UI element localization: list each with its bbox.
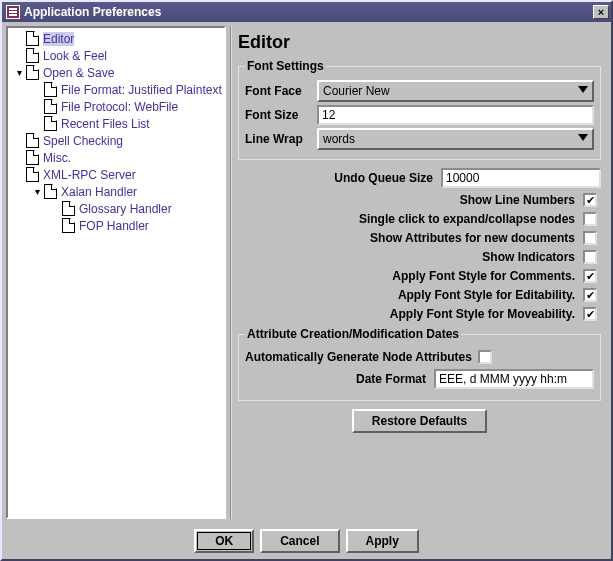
tree-pane: EditorLook & Feel▾Open & SaveFile Format… [6,26,226,519]
tree-item-label: Xalan Handler [61,185,137,199]
moveability-label: Apply Font Style for Moveability. [390,307,575,321]
expander-open-icon[interactable]: ▾ [30,186,44,197]
document-icon [62,201,75,216]
document-icon [26,48,39,63]
line-wrap-label: Line Wrap [245,132,317,146]
tree-item-label: Editor [43,32,74,46]
tree-item[interactable]: Glossary Handler [10,200,222,217]
font-settings-group: Font Settings Font Face Courier New Font… [238,59,601,160]
page-title: Editor [238,32,601,53]
content-area: EditorLook & Feel▾Open & SaveFile Format… [2,22,611,523]
cancel-button[interactable]: Cancel [260,529,339,553]
chevron-down-icon [578,86,588,93]
tree-item-label: Open & Save [43,66,114,80]
document-icon [26,167,39,182]
show-attrs-label: Show Attributes for new documents [370,231,575,245]
tree-item[interactable]: Spell Checking [10,132,222,149]
line-numbers-checkbox[interactable]: ✔ [583,193,597,207]
close-button[interactable]: × [593,5,609,19]
window-frame: Application Preferences × EditorLook & F… [0,0,613,561]
indicators-label: Show Indicators [482,250,575,264]
date-format-label: Date Format [356,372,426,386]
tree-item-label: Glossary Handler [79,202,172,216]
auto-gen-checkbox[interactable] [478,350,492,364]
document-icon [26,133,39,148]
settings-pane: Editor Font Settings Font Face Courier N… [230,26,607,519]
single-click-label: Single click to expand/collapse nodes [359,212,575,226]
tree-item[interactable]: XML-RPC Server [10,166,222,183]
font-face-combo[interactable]: Courier New [317,80,594,102]
tree-item-label: XML-RPC Server [43,168,136,182]
moveability-checkbox[interactable]: ✔ [583,307,597,321]
document-icon [62,218,75,233]
expander-open-icon[interactable]: ▾ [12,67,26,78]
tree-item-label: File Format: Justified Plaintext [61,83,222,97]
font-settings-legend: Font Settings [245,59,326,73]
tree-item-label: Spell Checking [43,134,123,148]
line-numbers-label: Show Line Numbers [460,193,575,207]
tree-item[interactable]: Editor [10,30,222,47]
tree-item[interactable]: ▾Open & Save [10,64,222,81]
window-title: Application Preferences [24,5,593,19]
document-icon [44,99,57,114]
tree-item[interactable]: ▾Xalan Handler [10,183,222,200]
undo-label: Undo Queue Size [334,171,433,185]
tree-item[interactable]: Look & Feel [10,47,222,64]
document-icon [26,31,39,46]
app-icon [6,5,20,19]
tree-item-label: FOP Handler [79,219,149,233]
tree-item-label: Misc. [43,151,71,165]
document-icon [26,150,39,165]
comments-checkbox[interactable]: ✔ [583,269,597,283]
tree-item[interactable]: Recent Files List [10,115,222,132]
date-format-input[interactable] [434,369,594,389]
button-bar: OK Cancel Apply [2,523,611,559]
comments-label: Apply Font Style for Comments. [392,269,575,283]
document-icon [44,184,57,199]
tree-item[interactable]: FOP Handler [10,217,222,234]
tree-item-label: Look & Feel [43,49,107,63]
attr-dates-legend: Attribute Creation/Modification Dates [245,327,461,341]
document-icon [44,82,57,97]
show-attrs-checkbox[interactable] [583,231,597,245]
tree-item[interactable]: Misc. [10,149,222,166]
tree-item[interactable]: File Protocol: WebFile [10,98,222,115]
restore-defaults-button[interactable]: Restore Defaults [352,409,487,433]
titlebar: Application Preferences × [2,2,611,22]
undo-input[interactable] [441,168,601,188]
tree-item-label: File Protocol: WebFile [61,100,178,114]
tree-item-label: Recent Files List [61,117,150,131]
document-icon [26,65,39,80]
tree-item[interactable]: File Format: Justified Plaintext [10,81,222,98]
document-icon [44,116,57,131]
apply-button[interactable]: Apply [346,529,419,553]
font-face-label: Font Face [245,84,317,98]
editability-checkbox[interactable]: ✔ [583,288,597,302]
editability-label: Apply Font Style for Editability. [398,288,575,302]
chevron-down-icon [578,134,588,141]
indicators-checkbox[interactable] [583,250,597,264]
ok-button[interactable]: OK [194,529,254,553]
auto-gen-label: Automatically Generate Node Attributes [245,350,472,364]
attr-dates-group: Attribute Creation/Modification Dates Au… [238,327,601,401]
font-size-label: Font Size [245,108,317,122]
single-click-checkbox[interactable] [583,212,597,226]
font-size-input[interactable] [317,105,594,125]
line-wrap-value: words [323,132,355,146]
line-wrap-combo[interactable]: words [317,128,594,150]
font-face-value: Courier New [323,84,390,98]
option-list: Undo Queue Size Show Line Numbers ✔ Sing… [238,168,601,321]
